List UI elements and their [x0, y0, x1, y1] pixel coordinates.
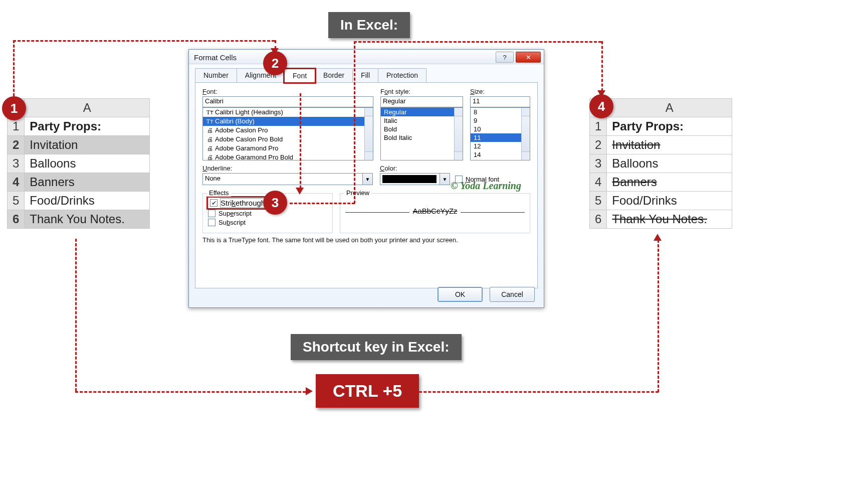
- list-item[interactable]: 🖨Adobe Caslon Pro: [203, 126, 373, 135]
- underline-label: Underline:: [202, 165, 373, 172]
- sheet-before: A 1Party Props:2Invitation3Balloons4Bann…: [7, 98, 150, 229]
- close-button[interactable]: ✕: [516, 52, 541, 63]
- cell[interactable]: Thank You Notes.: [607, 210, 732, 229]
- cell[interactable]: Balloons: [607, 154, 732, 173]
- list-item[interactable]: 🖨Adobe Garamond Pro: [203, 144, 373, 153]
- underline-combo[interactable]: None ▼: [202, 173, 373, 185]
- row-header[interactable]: 4: [590, 173, 607, 192]
- chevron-down-icon[interactable]: ▼: [362, 174, 372, 185]
- list-item[interactable]: 🖨Adobe Garamond Pro Bold: [203, 153, 373, 160]
- context-label: In Excel:: [328, 12, 410, 38]
- tab-number[interactable]: Number: [195, 68, 237, 82]
- tab-page-font: Font: Calibri TᴛCalibri Light (Headings)…: [195, 83, 538, 288]
- font-type-icon: 🖨: [206, 153, 214, 160]
- cell[interactable]: Party Props:: [25, 117, 150, 136]
- preview-group: Preview AaBbCcYyZz: [340, 193, 530, 233]
- cell[interactable]: Thank You Notes.: [25, 210, 150, 229]
- cell[interactable]: Food/Drinks: [607, 192, 732, 210]
- font-style-input[interactable]: Regular: [380, 96, 463, 107]
- cell[interactable]: Invitation: [25, 136, 150, 154]
- sheet-after: A 1Party Props:2Invitation3Balloons4Bann…: [589, 98, 732, 229]
- help-button[interactable]: ?: [496, 52, 514, 63]
- font-type-icon: Tᴛ: [206, 108, 214, 117]
- list-item[interactable]: Bold: [381, 125, 463, 133]
- tab-font[interactable]: Font: [284, 69, 315, 83]
- scrollbar[interactable]: [364, 108, 373, 160]
- font-list[interactable]: TᴛCalibri Light (Headings)TᴛCalibri (Bod…: [202, 107, 373, 160]
- font-type-icon: 🖨: [206, 126, 214, 135]
- list-item[interactable]: Italic: [381, 116, 463, 125]
- font-input[interactable]: Calibri: [202, 96, 373, 107]
- list-item[interactable]: Bold Italic: [381, 133, 463, 142]
- row-header[interactable]: 5: [590, 192, 607, 210]
- row-header[interactable]: 2: [590, 136, 607, 154]
- step-badge-3: 3: [263, 191, 287, 215]
- format-cells-dialog: Format Cells ? ✕ NumberAlignmentFontBord…: [188, 49, 544, 308]
- row-header[interactable]: 2: [8, 136, 25, 154]
- tab-protection[interactable]: Protection: [378, 68, 426, 82]
- col-header[interactable]: A: [607, 99, 732, 117]
- cell[interactable]: Food/Drinks: [25, 192, 150, 210]
- list-item[interactable]: TᴛCalibri Light (Headings): [203, 108, 373, 117]
- shortcut-heading: Shortcut key in Excel:: [291, 334, 462, 360]
- dialog-title: Format Cells: [194, 53, 237, 62]
- tab-fill[interactable]: Fill: [352, 68, 378, 82]
- font-label: Font:: [202, 88, 373, 95]
- list-item[interactable]: TᴛCalibri (Body): [203, 117, 373, 126]
- cell[interactable]: Party Props:: [607, 117, 732, 136]
- cell[interactable]: Invitation: [607, 136, 732, 154]
- ok-button[interactable]: OK: [438, 287, 483, 302]
- color-combo[interactable]: ▼: [380, 173, 450, 185]
- row-header[interactable]: 6: [590, 210, 607, 229]
- tab-border[interactable]: Border: [315, 68, 353, 82]
- col-header[interactable]: A: [25, 99, 150, 117]
- cell[interactable]: Balloons: [25, 154, 150, 173]
- color-swatch: [382, 175, 437, 183]
- font-type-icon: 🖨: [206, 144, 214, 153]
- size-input[interactable]: 11: [470, 96, 530, 107]
- cell[interactable]: Banners: [25, 173, 150, 192]
- normal-font-checkbox[interactable]: Normal font: [455, 176, 499, 183]
- row-header[interactable]: 3: [8, 154, 25, 173]
- size-label: Size:: [470, 88, 530, 95]
- tab-strip: NumberAlignmentFontBorderFillProtection: [195, 68, 538, 83]
- step-badge-2: 2: [263, 51, 287, 75]
- size-list[interactable]: 8910111214: [470, 107, 530, 160]
- effects-legend: Effects: [207, 189, 231, 197]
- list-item[interactable]: 🖨Adobe Caslon Pro Bold: [203, 135, 373, 144]
- step-badge-4: 4: [589, 94, 613, 118]
- font-style-label: Font style:: [380, 88, 463, 95]
- font-type-icon: Tᴛ: [206, 117, 214, 126]
- scrollbar[interactable]: [521, 108, 530, 160]
- color-label: Color:: [380, 165, 530, 172]
- chevron-down-icon[interactable]: ▼: [440, 174, 450, 185]
- strikethrough-label: Strikethrough: [221, 199, 266, 207]
- strikethrough-checkbox[interactable]: ✔: [210, 199, 218, 207]
- row-header[interactable]: 4: [8, 173, 25, 192]
- cell[interactable]: Banners: [607, 173, 732, 192]
- font-type-icon: 🖨: [206, 135, 214, 144]
- step-badge-1: 1: [2, 96, 26, 120]
- font-style-list[interactable]: RegularItalicBoldBold Italic: [380, 107, 463, 160]
- preview-text: AaBbCcYyZz: [412, 207, 457, 215]
- dialog-titlebar[interactable]: Format Cells ? ✕: [189, 50, 544, 64]
- list-item[interactable]: Regular: [381, 108, 463, 116]
- shortcut-key: CTRL +5: [316, 374, 419, 408]
- row-header[interactable]: 6: [8, 210, 25, 229]
- truetype-note: This is a TrueType font. The same font w…: [202, 236, 530, 244]
- scrollbar[interactable]: [454, 108, 463, 160]
- cancel-button[interactable]: Cancel: [490, 287, 535, 302]
- preview-legend: Preview: [344, 189, 371, 197]
- row-header[interactable]: 3: [590, 154, 607, 173]
- subscript-checkbox[interactable]: Subscript: [208, 219, 327, 226]
- row-header[interactable]: 5: [8, 192, 25, 210]
- row-header[interactable]: 1: [590, 117, 607, 136]
